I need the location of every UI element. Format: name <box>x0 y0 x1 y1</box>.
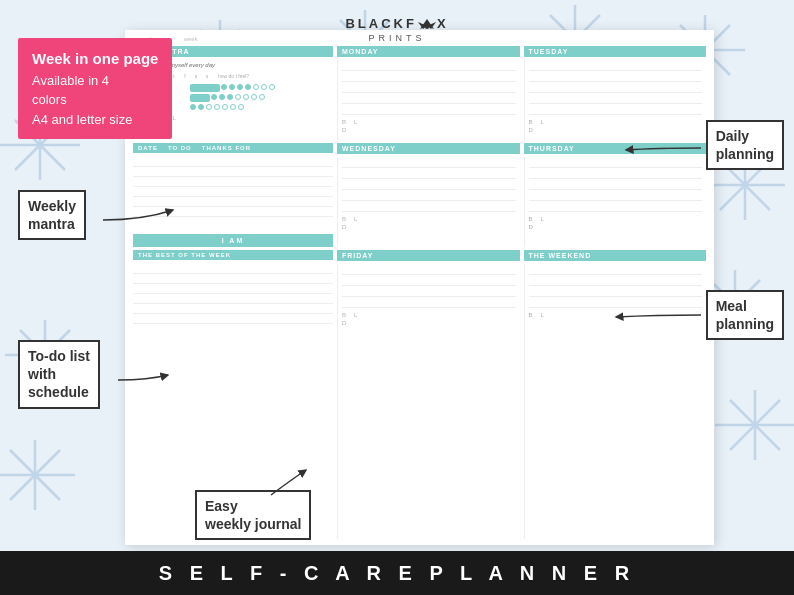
meal-planning-arrow <box>606 305 706 325</box>
wednesday-title: WEDNESDAY <box>337 143 520 154</box>
svg-line-24 <box>730 400 780 450</box>
fox-icon <box>418 17 436 31</box>
iam-bar: I AM <box>133 234 333 247</box>
todo-header: TO DO <box>168 145 192 151</box>
friday-title: FRIDAY <box>337 250 520 261</box>
todo-text: To-do list with schedule <box>18 340 100 409</box>
promo-title: Week in one page <box>32 48 158 71</box>
bottom-title: S E L F - C A R E P L A N N E R <box>159 562 635 585</box>
tuesday-title: TUESDAY <box>524 46 707 57</box>
todo-annotation: To-do list with schedule <box>18 340 100 409</box>
main-container: BLACKF X PRINTS Week in one page Availab… <box>0 0 794 595</box>
journal-arrow <box>261 465 321 500</box>
best-week-lines <box>133 264 333 324</box>
how-do-i-feel: how do I feel? <box>218 73 249 79</box>
best-week-title: THE BEST OF THE WEEK <box>133 250 333 260</box>
svg-line-25 <box>730 400 780 450</box>
journal-annotation: Easy weekly journal <box>195 490 311 540</box>
todo-arrow <box>118 365 178 395</box>
thanks-header: THANKS FOR <box>202 145 251 151</box>
promo-line4: A4 and letter size <box>32 110 158 130</box>
todo-title-bar: date TO DO THANKS FOR <box>133 143 333 153</box>
brand-header: BLACKF X PRINTS <box>0 0 794 43</box>
planner-document: month week MY MANTRA MONDAY TUESDAY <box>125 30 714 545</box>
brand-name-left: BLACKF <box>345 16 416 31</box>
svg-line-36 <box>10 450 60 500</box>
svg-point-51 <box>425 25 429 29</box>
promo-line2: Available in 4 <box>32 71 158 91</box>
meal-planning-text: Meal planning <box>706 290 784 340</box>
promo-box: Week in one page Available in 4 colors A… <box>18 38 172 139</box>
monday-title: MONDAY <box>337 46 520 57</box>
promo-line3: colors <box>32 90 158 110</box>
daily-planning-annotation: Daily planning <box>706 120 784 170</box>
brand-name-right: X <box>437 16 449 31</box>
weekly-mantra-arrow <box>103 200 183 230</box>
body-bar <box>190 94 210 102</box>
weekly-mantra-annotation: Weekly mantra <box>18 190 86 240</box>
svg-line-37 <box>10 450 60 500</box>
bottom-bar: S E L F - C A R E P L A N N E R <box>0 551 794 595</box>
todo-date: date <box>138 145 158 151</box>
weekend-title: THE WEEKEND <box>524 250 707 261</box>
meal-planning-annotation: Meal planning <box>706 290 784 340</box>
daily-planning-text: Daily planning <box>706 120 784 170</box>
daily-planning-arrow <box>616 138 706 158</box>
mind-bar <box>190 84 220 92</box>
weekly-mantra-text: Weekly mantra <box>18 190 86 240</box>
